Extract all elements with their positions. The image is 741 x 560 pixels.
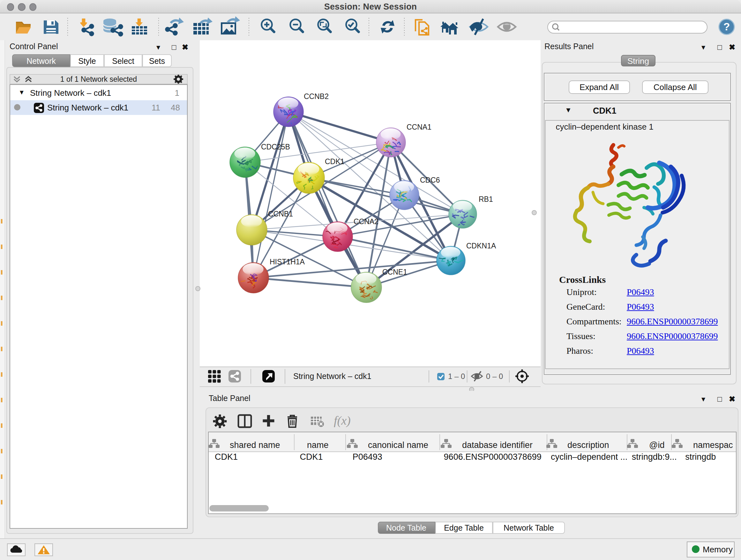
svg-text:database identifier: database identifier	[462, 440, 533, 450]
svg-text:9606.ENSP00000378699: 9606.ENSP00000378699	[444, 452, 542, 462]
svg-text:1 – 0: 1 – 0	[448, 372, 465, 381]
svg-text:stringdb:9...: stringdb:9...	[632, 452, 677, 462]
svg-text:name: name	[307, 440, 329, 450]
svg-text:shared name: shared name	[230, 440, 280, 450]
svg-text:CDK1: CDK1	[325, 158, 344, 166]
svg-text:description: description	[567, 440, 609, 450]
svg-text:namespac: namespac	[693, 440, 733, 450]
svg-text:HIST1H1A: HIST1H1A	[270, 258, 305, 266]
svg-text:?: ?	[724, 21, 730, 33]
svg-text:f(x): f(x)	[334, 414, 351, 428]
svg-text:CCNB2: CCNB2	[304, 92, 329, 101]
svg-text:0 – 0: 0 – 0	[486, 372, 503, 381]
svg-text:stringdb: stringdb	[685, 452, 716, 462]
svg-text:CCNE1: CCNE1	[382, 268, 407, 276]
svg-text:CDC6: CDC6	[420, 176, 440, 184]
svg-text:CDK1: CDK1	[215, 452, 238, 462]
svg-text:CCNB1: CCNB1	[268, 210, 293, 218]
svg-text:canonical name: canonical name	[368, 440, 428, 450]
svg-text:P06493: P06493	[353, 452, 382, 462]
svg-text:cyclin–dependent ...: cyclin–dependent ...	[551, 452, 627, 462]
svg-text:String Network – cdk1: String Network – cdk1	[293, 372, 372, 381]
svg-text:RB1: RB1	[479, 195, 493, 203]
svg-text:@id: @id	[649, 440, 664, 450]
svg-text:CDKN1A: CDKN1A	[466, 242, 496, 250]
svg-text:CCNA2: CCNA2	[354, 217, 379, 226]
svg-text:CDK1: CDK1	[300, 452, 323, 462]
svg-text:CCNA1: CCNA1	[407, 123, 431, 131]
svg-text:CDC25B: CDC25B	[261, 143, 290, 151]
